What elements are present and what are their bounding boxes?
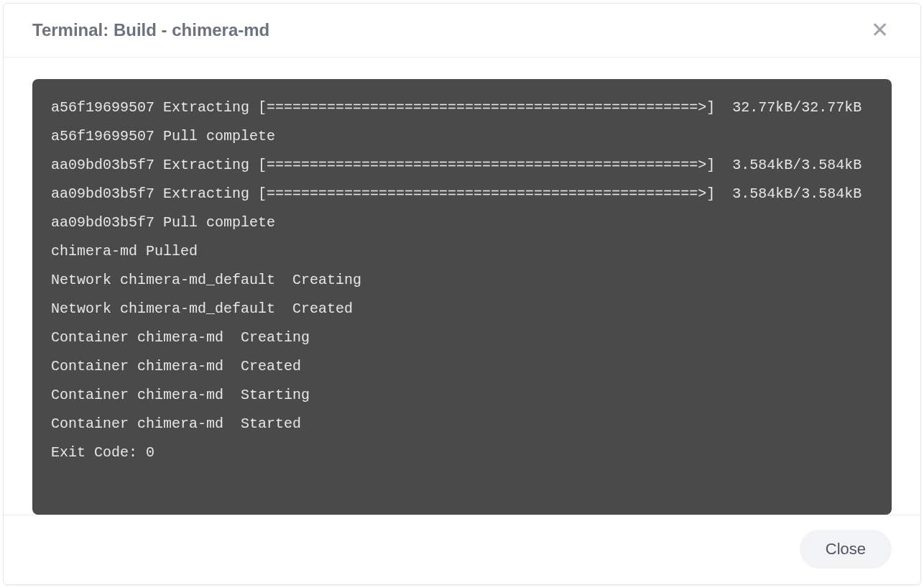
terminal-line: chimera-md Pulled	[51, 237, 892, 266]
terminal-modal: Terminal: Build - chimera-md ✕ a56f19699…	[3, 3, 921, 585]
terminal-line: Network chimera-md_default Created	[51, 295, 892, 323]
terminal-line: Container chimera-md Created	[51, 352, 892, 381]
modal-backdrop: Terminal: Build - chimera-md ✕ a56f19699…	[0, 0, 924, 588]
modal-footer: Close	[4, 515, 920, 584]
modal-body: a56f19699507 Extracting [===============…	[4, 58, 920, 515]
terminal-line: Container chimera-md Starting	[51, 381, 892, 410]
close-button[interactable]: Close	[800, 530, 892, 569]
terminal-line: aa09bd03b5f7 Pull complete	[51, 208, 892, 237]
terminal-line: a56f19699507 Extracting [===============…	[51, 93, 892, 122]
terminal-line: Container chimera-md Started	[51, 410, 892, 438]
terminal-line: aa09bd03b5f7 Extracting [===============…	[51, 151, 892, 180]
modal-title: Terminal: Build - chimera-md	[32, 20, 269, 40]
terminal-line: Container chimera-md Creating	[51, 323, 892, 352]
terminal-line: a56f19699507 Pull complete	[51, 122, 892, 151]
terminal-line: Network chimera-md_default Creating	[51, 266, 892, 295]
close-icon[interactable]: ✕	[868, 19, 892, 41]
terminal-line: aa09bd03b5f7 Extracting [===============…	[51, 180, 892, 208]
modal-header: Terminal: Build - chimera-md ✕	[4, 4, 920, 58]
terminal-output[interactable]: a56f19699507 Extracting [===============…	[32, 79, 892, 515]
terminal-line: Exit Code: 0	[51, 438, 892, 467]
